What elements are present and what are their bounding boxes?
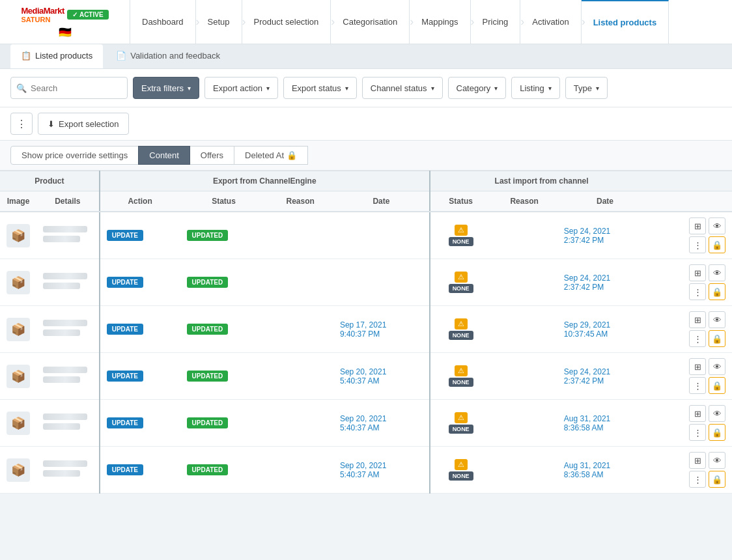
more-actions-button[interactable]: ⋮ [689,283,706,300]
row-actions-cell: ⊞ 👁 ⋮ 🔒 [653,400,732,447]
subtab-listed-products[interactable]: 📋 Listed products [10,44,103,68]
export-reason-cell [267,447,333,494]
export-action-cell: UPDATE [100,353,180,400]
import-date: Sep 24, 20212:37:42 PM [564,367,610,385]
caret-icon: ▾ [266,85,270,92]
product-title-blurred [43,320,87,326]
row-action-icons: ⊞ 👁 ⋮ 🔒 [659,217,725,253]
grid-view-button[interactable]: ⊞ [689,311,706,328]
product-image-cell: 📦 [0,400,36,447]
more-actions-button[interactable]: ⋮ [689,424,706,441]
table-row: 📦 UPDATEUPDATED ⚠ NONE Sep 24, 20212:37:… [0,259,732,306]
tab-content[interactable]: Content [138,146,190,165]
eye-button[interactable]: 👁 [709,264,725,281]
import-status-cell: ⚠ NONE [430,306,492,353]
channel-status-button[interactable]: Channel status ▾ [362,77,443,99]
export-status-badge: UPDATED [187,324,229,335]
import-status-cell: ⚠ NONE [430,353,492,400]
warning-icon: ⚠ [455,459,468,470]
eye-button[interactable]: 👁 [709,358,725,375]
caret-icon: ▾ [431,85,434,92]
export-status-cell: UPDATED [180,353,268,400]
nav-dashboard[interactable]: Dashboard [130,0,196,44]
action-badge: UPDATE [107,417,143,428]
nav-mappings[interactable]: Mappings [410,0,470,44]
row-action-icons: ⊞ 👁 ⋮ 🔒 [659,452,725,488]
eye-button[interactable]: 👁 [709,217,725,234]
tab-deleted-at[interactable]: Deleted At 🔒 [234,146,308,165]
more-actions-button[interactable]: ⋮ [689,236,706,253]
nav-categorisation[interactable]: Categorisation [331,0,410,44]
nav-listed-products[interactable]: Listed products [582,0,669,44]
product-image-cell: 📦 [0,353,36,400]
table-col-header-row: Image Details Action Status Reason Date … [0,191,732,212]
import-status-group: ⚠ NONE [437,459,485,481]
nav-items: Dashboard Setup Product selection Catego… [130,0,732,44]
more-options-button[interactable]: ⋮ [10,113,33,135]
more-actions-button[interactable]: ⋮ [689,377,706,394]
export-date-cell [333,212,430,259]
table-row: 📦 UPDATEUPDATED ⚠ NONE Sep 24, 20212:37:… [0,212,732,259]
lock-button[interactable]: 🔒 [709,330,725,347]
table-row: 📦 UPDATEUPDATEDSep 20, 20215:40:37 AM ⚠ … [0,353,732,400]
nav-product-selection[interactable]: Product selection [242,0,331,44]
export-status-badge: UPDATED [187,230,229,241]
product-sku-blurred [43,329,80,336]
lock-button[interactable]: 🔒 [709,283,725,300]
lock-button[interactable]: 🔒 [709,471,725,488]
row-action-icons: ⊞ 👁 ⋮ 🔒 [659,311,725,347]
export-status-cell: UPDATED [180,259,268,306]
grid-view-button[interactable]: ⊞ [689,452,706,469]
export-action-button[interactable]: Export action ▾ [204,77,278,99]
export-action-cell: UPDATE [100,306,180,353]
export-status-button[interactable]: Export status ▾ [283,77,357,99]
grid-view-button[interactable]: ⊞ [689,405,706,422]
lock-button[interactable]: 🔒 [709,236,725,253]
export-action-cell: UPDATE [100,400,180,447]
subtab-validation-feedback[interactable]: 📄 Validation and feedback [106,44,231,68]
col-import-reason: Reason [491,191,557,212]
extra-filters-button[interactable]: Extra filters ▾ [133,77,199,99]
tab-price-override[interactable]: Show price override settings [10,146,139,165]
search-input[interactable] [31,83,109,93]
eye-button[interactable]: 👁 [709,452,725,469]
eye-button[interactable]: 👁 [709,311,725,328]
brand-name-media: MediaMarkt [21,6,64,16]
col-action: Action [100,191,180,212]
more-actions-button[interactable]: ⋮ [689,471,706,488]
grid-view-button[interactable]: ⊞ [689,217,706,234]
warning-icon: ⚠ [455,412,468,423]
nav-activation[interactable]: Activation [520,0,581,44]
eye-button[interactable]: 👁 [709,405,725,422]
product-sku-blurred [43,236,80,242]
import-date: Aug 31, 20218:36:58 AM [564,461,610,479]
row-actions-cell: ⊞ 👁 ⋮ 🔒 [653,447,732,494]
product-image-cell: 📦 [0,212,36,259]
more-actions-button[interactable]: ⋮ [689,330,706,347]
product-image: 📦 [7,318,30,341]
active-status-badge: ✓ ACTIVE [67,10,109,20]
product-image: 📦 [7,458,30,482]
grid-view-button[interactable]: ⊞ [689,264,706,281]
table-row: 📦 UPDATEUPDATEDSep 20, 20215:40:37 AM ⚠ … [0,400,732,447]
category-button[interactable]: Category ▾ [448,77,507,99]
type-button[interactable]: Type ▾ [565,77,608,99]
import-date-cell: Sep 24, 20212:37:42 PM [557,212,653,259]
export-date-cell [333,259,430,306]
caret-icon: ▾ [596,85,599,92]
import-reason-cell [491,353,557,400]
table-body: 📦 UPDATEUPDATED ⚠ NONE Sep 24, 20212:37:… [0,212,732,494]
listing-button[interactable]: Listing ▾ [511,77,560,99]
import-reason-cell [491,306,557,353]
brand-logo: MediaMarkt SATURN ✓ ACTIVE [21,6,108,23]
export-selection-button[interactable]: ⬇ Export selection [38,113,129,135]
import-status-group: ⚠ NONE [437,365,485,387]
tab-offers[interactable]: Offers [190,146,234,165]
nav-setup[interactable]: Setup [196,0,242,44]
lock-button[interactable]: 🔒 [709,424,725,441]
import-status-cell: ⚠ NONE [430,447,492,494]
lock-button[interactable]: 🔒 [709,377,725,394]
grid-view-button[interactable]: ⊞ [689,358,706,375]
nav-pricing[interactable]: Pricing [471,0,521,44]
caret-icon: ▾ [548,85,552,92]
